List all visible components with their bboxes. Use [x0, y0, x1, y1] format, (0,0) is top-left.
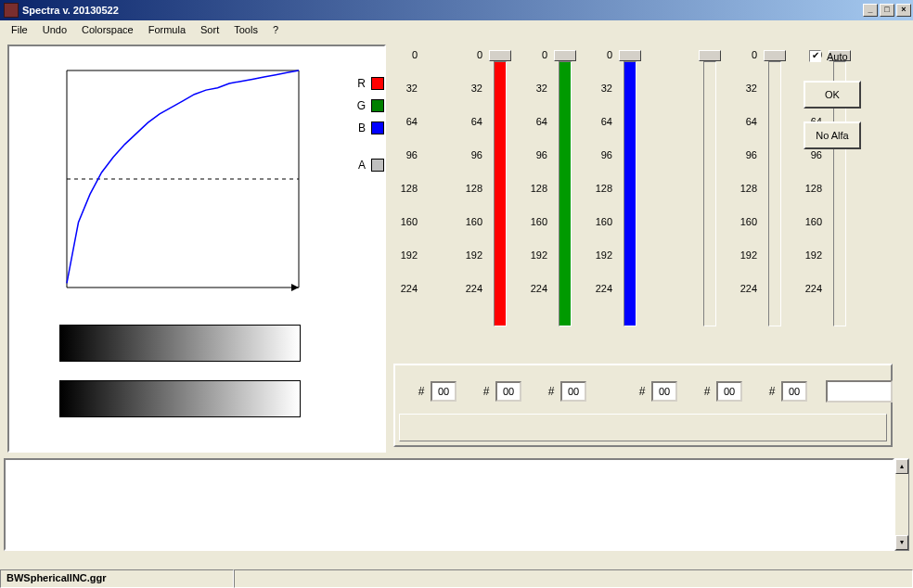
tick-label: 64: [733, 115, 761, 148]
g-slider-hex[interactable]: 00: [495, 381, 521, 402]
r-slider[interactable]: 0326496128160192224: [458, 45, 521, 360]
slider-5[interactable]: 0326496128160192224: [733, 45, 796, 360]
tick-label: 192: [588, 249, 616, 282]
scrollbar[interactable]: ▴ ▾: [894, 458, 909, 551]
status-file: BWSphericalINC.ggr: [0, 569, 234, 588]
menu-tools[interactable]: Tools: [226, 22, 265, 37]
menu-file[interactable]: File: [4, 22, 35, 37]
tick-label: 96: [523, 148, 551, 182]
menu-formula[interactable]: Formula: [141, 22, 193, 37]
legend-a-swatch[interactable]: [371, 159, 384, 172]
slider-track[interactable]: [768, 61, 781, 326]
color-swatch[interactable]: [826, 380, 893, 403]
tick-label: 224: [523, 282, 551, 315]
menu-undo[interactable]: Undo: [35, 22, 74, 37]
checkbox-icon: ✔: [809, 50, 821, 62]
slider-5-hex[interactable]: 00: [716, 381, 742, 402]
auto-checkbox[interactable]: ✔ Auto: [809, 50, 898, 62]
scroll-down-icon[interactable]: ▾: [895, 535, 908, 550]
status-empty: [234, 569, 913, 588]
maximize-button[interactable]: □: [880, 4, 894, 17]
tick-label: 32: [733, 82, 761, 115]
output-text[interactable]: [4, 458, 894, 551]
tick-label: 192: [798, 249, 826, 282]
g-slider[interactable]: 0326496128160192224: [523, 45, 586, 360]
slider-fill: [624, 62, 636, 326]
hash-label: #: [477, 385, 495, 398]
slider-track[interactable]: [703, 61, 716, 326]
tick-label: 128: [733, 182, 761, 215]
tick-label: 32: [458, 82, 486, 115]
minimize-button[interactable]: _: [863, 4, 878, 17]
window-title: Spectra v. 20130522: [22, 5, 119, 16]
tick-label: 96: [733, 148, 761, 182]
status-bar: BWSphericalINC.ggr: [0, 569, 913, 588]
tick-label: 64: [458, 115, 486, 148]
tick-label: 64: [588, 115, 616, 148]
tick-label: 128: [588, 182, 616, 215]
hex-cell: #00: [542, 381, 586, 402]
tick-label: 224: [733, 282, 761, 315]
ok-button[interactable]: OK: [804, 81, 861, 109]
close-button[interactable]: ×: [896, 4, 911, 17]
slider-fill: [559, 62, 571, 326]
tick-label: 224: [458, 282, 486, 315]
hex-cell: #00: [698, 381, 742, 402]
tick-label: 32: [523, 82, 551, 115]
legend-g-swatch[interactable]: [371, 99, 384, 112]
tick-label: 0: [523, 48, 551, 82]
tick-label: 96: [588, 148, 616, 182]
tick-label: 64: [393, 115, 421, 148]
gradient-preview-1: [59, 325, 301, 362]
hash-label: #: [698, 385, 716, 398]
menu-colorspace[interactable]: Colorspace: [74, 22, 141, 37]
slider-4-hex[interactable]: 00: [651, 381, 677, 402]
slider-thumb[interactable]: [764, 50, 786, 61]
hex-cell: #00: [633, 381, 677, 402]
hex-panel: #00#00#00#00#00#00: [393, 364, 893, 447]
menu-sort[interactable]: Sort: [193, 22, 226, 37]
legend-b-label: B: [353, 121, 366, 134]
hash-label: #: [542, 385, 560, 398]
slider-6-hex[interactable]: 00: [781, 381, 807, 402]
tick-label: 32: [393, 82, 421, 115]
slider-thumb[interactable]: [619, 50, 641, 61]
svg-marker-2: [291, 284, 299, 291]
hex-cell: #00: [763, 381, 807, 402]
b-slider[interactable]: 0326496128160192224: [588, 45, 651, 360]
status-strip: [399, 414, 887, 441]
tick-label: 160: [393, 215, 421, 249]
channel-legend: R G B A: [353, 72, 384, 176]
slider-thumb[interactable]: [554, 50, 576, 61]
tick-label: 128: [523, 182, 551, 215]
tick-label: 192: [523, 249, 551, 282]
hash-label: #: [633, 385, 651, 398]
menu-bar: File Undo Colorspace Formula Sort Tools …: [0, 20, 913, 39]
tick-label: 160: [523, 215, 551, 249]
right-controls: ✔ Auto OK No Alfa: [804, 50, 898, 162]
tick-label: 0: [458, 48, 486, 82]
slider-4[interactable]: [668, 45, 731, 360]
legend-r-swatch[interactable]: [371, 77, 384, 90]
b-slider-hex[interactable]: 00: [560, 381, 586, 402]
slider-thumb[interactable]: [489, 50, 511, 61]
gradient-preview-2: [59, 380, 301, 417]
tick-label: 0: [733, 48, 761, 82]
app-icon: [4, 3, 19, 18]
tick-label: 224: [393, 282, 421, 315]
hex-cell: #00: [412, 381, 456, 402]
menu-help[interactable]: ?: [265, 22, 286, 37]
no-alfa-button[interactable]: No Alfa: [804, 121, 861, 149]
legend-b-swatch[interactable]: [371, 121, 384, 134]
r-slider-hex[interactable]: 00: [431, 381, 456, 402]
title-bar: Spectra v. 20130522 _ □ ×: [0, 0, 913, 20]
tick-label: 64: [523, 115, 551, 148]
scroll-up-icon[interactable]: ▴: [895, 459, 908, 474]
tick-label: 160: [733, 215, 761, 249]
curve-panel: R G B A: [7, 45, 386, 453]
tick-label: 0: [588, 48, 616, 82]
slider-thumb[interactable]: [699, 50, 721, 61]
tick-label: 96: [458, 148, 486, 182]
tick-label: 192: [733, 249, 761, 282]
legend-g-label: G: [353, 99, 366, 112]
